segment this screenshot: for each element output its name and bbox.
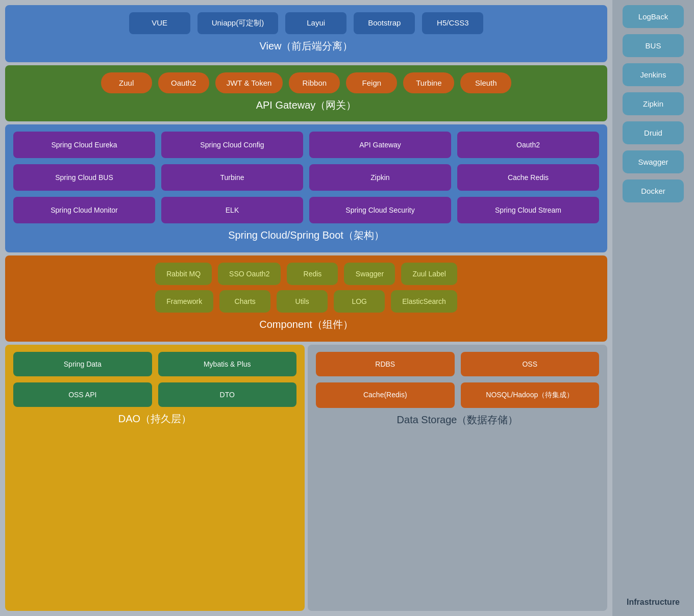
sidebar-druid[interactable]: Druid [623, 121, 684, 144]
storage-layer: RDBS OSS Cache(Redis) NOSQL/Hadoop（待集成） … [308, 345, 607, 611]
dao-mybatis[interactable]: Mybatis & Plus [158, 352, 297, 376]
spring-item-turbine[interactable]: Turbine [161, 164, 303, 191]
sidebar-zipkin[interactable]: Zipkin [623, 92, 684, 115]
gateway-layer: Zuul Oauth2 JWT & Token Ribbon Feign Tur… [5, 65, 607, 121]
bottom-row: Spring Data Mybatis & Plus OSS API DTO D… [5, 345, 607, 611]
dao-springdata[interactable]: Spring Data [13, 352, 152, 376]
gateway-item-oauth2[interactable]: Oauth2 [158, 72, 209, 93]
spring-item-monitor[interactable]: Spring Cloud Monitor [13, 197, 155, 223]
spring-layer: Spring Cloud Eureka Spring Cloud Config … [5, 124, 607, 252]
spring-item-eureka[interactable]: Spring Cloud Eureka [13, 132, 155, 158]
spring-item-bus[interactable]: Spring Cloud BUS [13, 164, 155, 191]
storage-nosql[interactable]: NOSQL/Hadoop（待集成） [461, 382, 600, 408]
gateway-item-turbine[interactable]: Turbine [403, 72, 454, 93]
gateway-item-sleuth[interactable]: Sleuth [460, 72, 511, 93]
gateway-item-ribbon[interactable]: Ribbon [289, 72, 340, 93]
storage-oss[interactable]: OSS [461, 352, 600, 376]
component-redis[interactable]: Redis [287, 263, 338, 285]
sidebar: LogBack BUS Jenkins Zipkin Druid Swagger… [612, 0, 694, 616]
gateway-item-jwt[interactable]: JWT & Token [215, 72, 283, 93]
spring-item-stream[interactable]: Spring Cloud Stream [457, 197, 599, 223]
spring-grid: Spring Cloud Eureka Spring Cloud Config … [13, 132, 599, 223]
spring-item-apigateway[interactable]: API Gateway [309, 132, 451, 158]
spring-item-zipkin[interactable]: Zipkin [309, 164, 451, 191]
component-utils[interactable]: Utils [277, 290, 328, 313]
dao-ossapi[interactable]: OSS API [13, 382, 152, 407]
sidebar-logback[interactable]: LogBack [623, 5, 684, 28]
component-log[interactable]: LOG [334, 290, 385, 313]
view-item-h5[interactable]: H5/CSS3 [422, 12, 483, 34]
component-row1: Rabbit MQ SSO Oauth2 Redis Swagger Zuul … [13, 263, 599, 285]
component-row2: Framework Charts Utils LOG ElasticSearch [13, 290, 599, 313]
sidebar-label: Infrastructure [627, 598, 680, 611]
view-item-uniapp[interactable]: Uniapp(可定制) [197, 12, 279, 34]
dao-grid: Spring Data Mybatis & Plus OSS API DTO [13, 352, 296, 407]
view-item-layui[interactable]: Layui [285, 12, 346, 34]
view-layer: VUE Uniapp(可定制) Layui Bootstrap H5/CSS3 … [5, 5, 607, 62]
storage-cacheredis[interactable]: Cache(Redis) [316, 382, 455, 408]
component-charts[interactable]: Charts [219, 290, 270, 313]
spring-label: Spring Cloud/Spring Boot（架构） [228, 228, 384, 242]
gateway-item-feign[interactable]: Feign [346, 72, 397, 93]
storage-rdbs[interactable]: RDBS [316, 352, 455, 376]
component-zuullabel[interactable]: Zuul Label [401, 263, 457, 285]
component-elasticsearch[interactable]: ElasticSearch [391, 290, 457, 313]
sidebar-bus[interactable]: BUS [623, 34, 684, 57]
main-content: VUE Uniapp(可定制) Layui Bootstrap H5/CSS3 … [0, 0, 612, 616]
sidebar-jenkins[interactable]: Jenkins [623, 63, 684, 86]
component-framework[interactable]: Framework [155, 290, 213, 313]
view-label: View（前后端分离） [260, 39, 353, 53]
storage-label: Data Storage（数据存储） [397, 413, 518, 427]
gateway-row: Zuul Oauth2 JWT & Token Ribbon Feign Tur… [101, 72, 512, 93]
spring-item-security[interactable]: Spring Cloud Security [309, 197, 451, 223]
component-label: Component（组件） [259, 318, 353, 331]
gateway-item-zuul[interactable]: Zuul [101, 72, 152, 93]
component-swagger[interactable]: Swagger [344, 263, 395, 285]
component-layer: Rabbit MQ SSO Oauth2 Redis Swagger Zuul … [5, 255, 607, 342]
dao-layer: Spring Data Mybatis & Plus OSS API DTO D… [5, 345, 305, 611]
gateway-label: API Gateway（网关） [256, 98, 357, 112]
sidebar-swagger[interactable]: Swagger [623, 150, 684, 173]
component-rabbitmq[interactable]: Rabbit MQ [155, 263, 212, 285]
view-item-vue[interactable]: VUE [129, 12, 190, 34]
spring-item-cacheredis[interactable]: Cache Redis [457, 164, 599, 191]
component-grid: Rabbit MQ SSO Oauth2 Redis Swagger Zuul … [13, 263, 599, 313]
dao-label: DAO（持久层） [118, 412, 191, 426]
spring-item-oauth2[interactable]: Oauth2 [457, 132, 599, 158]
spring-item-config[interactable]: Spring Cloud Config [161, 132, 303, 158]
component-sso[interactable]: SSO Oauth2 [218, 263, 281, 285]
view-row: VUE Uniapp(可定制) Layui Bootstrap H5/CSS3 [129, 12, 484, 34]
dao-dto[interactable]: DTO [158, 382, 297, 407]
storage-grid: RDBS OSS Cache(Redis) NOSQL/Hadoop（待集成） [316, 352, 599, 408]
view-item-bootstrap[interactable]: Bootstrap [354, 12, 415, 34]
sidebar-docker[interactable]: Docker [623, 179, 684, 202]
spring-item-elk[interactable]: ELK [161, 197, 303, 223]
